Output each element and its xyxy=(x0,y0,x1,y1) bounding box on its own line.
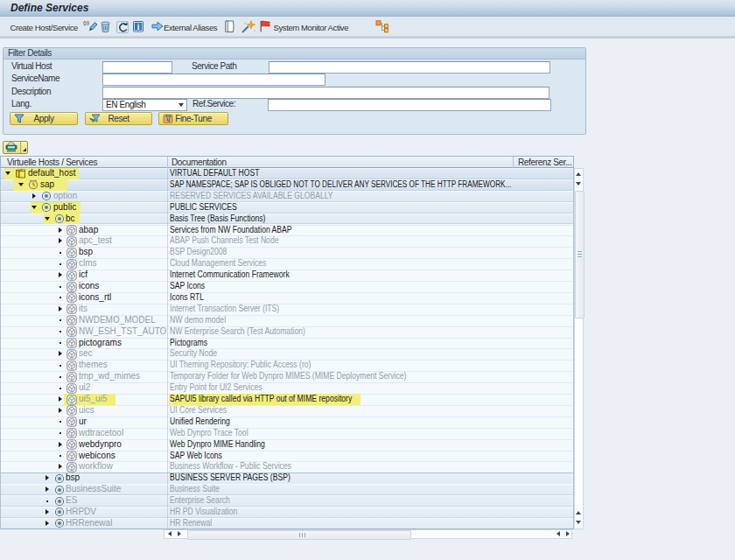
svg-text:69: 69 xyxy=(83,20,90,26)
svg-text:i: i xyxy=(136,23,139,32)
